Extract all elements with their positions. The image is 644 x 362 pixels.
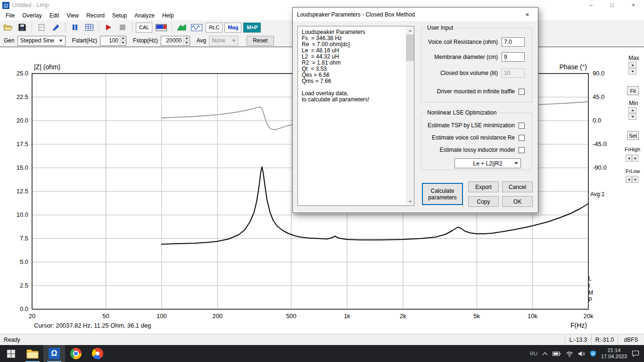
save-button[interactable] — [16, 22, 28, 33]
results-line: Qms = 7.66 — [302, 78, 405, 84]
calculate-parameters-button[interactable]: Calculate parameters — [422, 183, 463, 205]
estimate-tsp-checkbox[interactable] — [519, 123, 525, 129]
taskbar: Ω RU 21:14 17.04.2023 — [0, 345, 644, 362]
sine-wave-icon — [191, 24, 202, 31]
dialog-close-button[interactable]: × — [517, 8, 538, 21]
y-left-tick-label: 5.0 — [20, 258, 28, 265]
cal-button[interactable]: CAL — [136, 23, 152, 33]
start-button[interactable] — [0, 345, 22, 362]
x-tick-label: 500 — [286, 313, 297, 320]
taskbar-chrome[interactable] — [65, 345, 87, 362]
estimate-lossy-inductor-checkbox[interactable] — [519, 147, 525, 153]
x-tick-label: 2k — [400, 313, 406, 320]
taskbar-browser[interactable] — [87, 345, 108, 362]
pause-button[interactable] — [69, 22, 81, 33]
fr-high-left-button[interactable] — [626, 155, 632, 162]
magnitude-phase-view-button[interactable]: M+P — [243, 23, 261, 33]
magnitude-view-button[interactable]: Mag — [224, 23, 241, 33]
tray-expand-chevron-icon[interactable] — [542, 352, 548, 355]
scroll-thumb[interactable] — [406, 34, 414, 61]
voice-coil-resistance-field[interactable] — [502, 37, 525, 47]
reset-button[interactable]: Reset — [247, 36, 273, 46]
loudspeaker-parameters-dialog: Loudspeaker Parameters - Closed Box Meth… — [292, 7, 538, 213]
spectrum-button[interactable] — [175, 22, 188, 33]
results-scrollbar[interactable] — [406, 26, 414, 206]
rlc-button[interactable]: RLC — [206, 23, 223, 33]
wifi-icon[interactable] — [566, 351, 573, 357]
save-floppy-icon — [18, 24, 26, 31]
toolbar-separator — [132, 22, 132, 33]
x-tick-label: 50 — [102, 313, 109, 320]
menu-record[interactable]: Record — [83, 10, 108, 20]
menu-setup[interactable]: Setup — [108, 10, 131, 20]
close-button[interactable]: × — [623, 0, 644, 10]
cancel-button[interactable]: Cancel — [502, 181, 533, 192]
fstart-down-icon[interactable] — [120, 41, 126, 45]
fr-low-left-button[interactable] — [626, 176, 632, 183]
y-left-tick-label: 25.0 — [17, 70, 28, 77]
fr-low-right-button[interactable] — [632, 176, 638, 183]
table-view-button[interactable] — [83, 22, 95, 33]
generator-setup-button[interactable] — [154, 22, 168, 33]
language-indicator[interactable]: RU — [530, 351, 537, 356]
inductor-model-select[interactable]: Le + L2||R2 — [454, 158, 521, 168]
estimate-re-checkbox[interactable] — [519, 135, 525, 141]
min-down-button[interactable] — [628, 114, 636, 120]
dialog-title-bar[interactable]: Loudspeaker Parameters - Closed Box Meth… — [293, 8, 538, 21]
status-bar: Ready L:-13.3 R:-31.0 dBFS — [0, 334, 644, 345]
maximize-button[interactable]: □ — [602, 0, 623, 10]
copy-button[interactable] — [35, 22, 48, 33]
x-tick-label: 10k — [528, 313, 537, 320]
fstart-stepper[interactable]: 100 — [100, 36, 126, 46]
menu-help[interactable]: Help — [158, 10, 178, 20]
taskbar-file-explorer[interactable] — [22, 345, 43, 362]
browser-icon — [92, 348, 103, 359]
battery-icon[interactable] — [553, 351, 561, 356]
scroll-down-icon[interactable] — [406, 197, 414, 206]
status-ready: Ready — [0, 337, 20, 343]
open-button[interactable] — [2, 22, 14, 33]
record-stop-button[interactable] — [116, 22, 129, 33]
fstop-stepper[interactable]: 20000 — [161, 36, 190, 46]
y-left-tick-label: 20.0 — [17, 117, 28, 124]
max-down-button[interactable] — [628, 68, 636, 74]
sine-button[interactable] — [190, 22, 204, 33]
y-right-tick-label: -90.0 — [593, 164, 607, 171]
minimize-button[interactable]: – — [580, 0, 602, 10]
menu-view[interactable]: View — [63, 10, 83, 20]
taskbar-limp[interactable]: Ω — [43, 345, 65, 362]
taskbar-clock[interactable]: 21:14 17.04.2023 — [601, 347, 627, 360]
fstop-up-icon[interactable] — [184, 36, 190, 41]
copy-button[interactable]: Copy — [468, 196, 499, 207]
menu-file[interactable]: File — [2, 10, 18, 20]
infinite-baffle-checkbox[interactable] — [519, 89, 525, 95]
fstart-up-icon[interactable] — [120, 36, 126, 41]
action-center-icon[interactable] — [632, 350, 639, 357]
chevron-down-icon — [57, 36, 65, 45]
ok-button[interactable]: OK — [502, 196, 533, 207]
fit-button[interactable]: Fit — [627, 86, 639, 95]
menu-overlay[interactable]: Overlay — [18, 10, 45, 20]
toolbar-separator — [32, 22, 32, 33]
fstop-label: Fstop(Hz) — [133, 37, 158, 44]
min-up-button[interactable] — [628, 107, 636, 113]
export-button[interactable]: Export — [468, 181, 499, 192]
scroll-up-icon[interactable] — [406, 26, 414, 34]
clock-time: 21:14 — [601, 347, 627, 354]
averaging-value: None — [212, 37, 225, 44]
record-start-button[interactable] — [102, 22, 115, 33]
fr-high-right-button[interactable] — [632, 155, 638, 162]
generator-type-select[interactable]: Stepped Sine — [17, 36, 66, 46]
membrane-diameter-label: Membrane diameter (cm) — [421, 54, 498, 60]
pen-button[interactable] — [50, 22, 62, 33]
menu-analyze[interactable]: Analyze — [131, 10, 158, 20]
security-shield-icon[interactable] — [590, 350, 596, 357]
set-button[interactable]: Set — [627, 131, 639, 140]
fstop-down-icon[interactable] — [184, 41, 190, 45]
max-up-button[interactable] — [628, 62, 636, 68]
menu-edit[interactable]: Edit — [46, 10, 63, 20]
x-tick-label: 100 — [157, 313, 167, 320]
membrane-diameter-field[interactable] — [502, 52, 525, 62]
volume-icon[interactable] — [578, 351, 585, 357]
y-left-tick-label: 17.5 — [17, 140, 28, 148]
